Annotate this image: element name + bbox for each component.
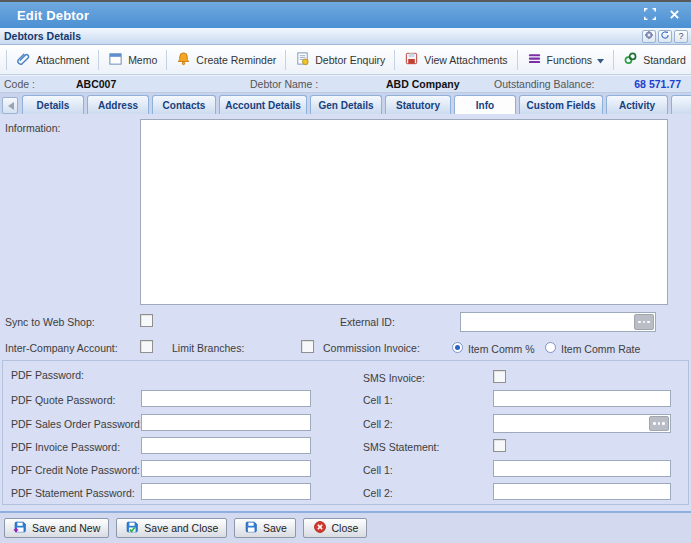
invoice-cell1-input[interactable] (493, 390, 671, 407)
tab-strip: Details Address Contacts Account Details… (0, 93, 691, 114)
pdf-statement-password-input[interactable] (141, 483, 311, 500)
toolbar: Attachment Memo Create Reminder Debtor E… (0, 45, 691, 75)
save-and-new-label: Save and New (32, 522, 100, 534)
create-reminder-button[interactable]: Create Reminder (171, 48, 281, 71)
sms-invoice-label: SMS Invoice: (363, 372, 425, 384)
item-comm-rate-label: Item Comm Rate (561, 343, 640, 355)
item-comm-pct-radio[interactable] (452, 342, 463, 353)
inter-company-label: Inter-Company Account: (5, 342, 118, 354)
close-circle-icon (313, 520, 327, 536)
functions-button[interactable]: Functions (522, 48, 610, 71)
toolbar-separator (166, 50, 167, 70)
information-label: Information: (5, 122, 60, 134)
tab-label: Address (98, 100, 138, 111)
external-id-label: External ID: (340, 316, 395, 328)
arrow-left-icon (7, 100, 14, 112)
invoice-cell2-browse-button[interactable] (649, 416, 669, 431)
sms-invoice-checkbox[interactable] (493, 370, 506, 383)
inter-company-checkbox[interactable] (140, 340, 153, 353)
tab-account-details[interactable]: Account Details (219, 95, 307, 114)
memo-button[interactable]: Memo (103, 48, 162, 71)
pdf-invoice-password-label: PDF Invoice Password: (11, 441, 120, 453)
pdf-credit-note-password-label: PDF Credit Note Password: (11, 464, 140, 476)
disk-icon (404, 51, 419, 68)
pdf-password-title: PDF Password: (11, 369, 84, 381)
save-button[interactable]: Save (234, 518, 296, 538)
save-close-icon (125, 520, 139, 536)
view-attachments-button[interactable]: View Attachments (399, 48, 512, 71)
external-id-browse-button[interactable] (634, 314, 654, 330)
tab-contacts[interactable]: Contacts (152, 95, 216, 114)
tab-gen-details[interactable]: Gen Details (310, 95, 382, 114)
record-bar: Code : ABC007 Debtor Name : ABD Company … (0, 75, 691, 93)
debtor-enquiry-button[interactable]: Debtor Enquiry (290, 48, 390, 71)
standard-button[interactable]: Standard (618, 48, 691, 71)
sync-web-shop-label: Sync to Web Shop: (5, 316, 95, 328)
tab-info[interactable]: Info (454, 95, 516, 114)
window-close-button[interactable] (665, 6, 683, 24)
tab-details[interactable]: Details (22, 95, 84, 114)
pdf-sales-order-password-input[interactable] (141, 414, 311, 431)
help-button[interactable]: ? (674, 30, 688, 43)
memo-icon (108, 51, 123, 68)
tab-truncated[interactable]: Ti (671, 95, 691, 114)
tab-label: Custom Fields (527, 100, 596, 111)
gear-icon (644, 30, 654, 42)
edit-debtor-window: Edit Debtor Debtors Details ? (0, 0, 691, 543)
refresh-button[interactable] (658, 30, 672, 43)
refresh-icon (660, 30, 670, 42)
limit-branches-checkbox[interactable] (301, 340, 314, 353)
save-and-close-button[interactable]: Save and Close (116, 518, 227, 538)
attachment-button[interactable]: Attachment (11, 48, 94, 71)
tab-label: Details (37, 100, 70, 111)
information-textarea[interactable] (140, 119, 668, 305)
maximize-button[interactable] (641, 6, 659, 24)
tab-label: Info (476, 100, 494, 111)
debtor-name-value: ABD Company (386, 78, 460, 90)
sync-web-shop-checkbox[interactable] (140, 314, 153, 327)
code-label: Code : (4, 78, 35, 90)
window-title: Edit Debtor (17, 8, 635, 23)
toolbar-separator (613, 50, 614, 70)
pdf-sales-order-password-label: PDF Sales Order Password: (11, 418, 143, 430)
link-icon (623, 51, 638, 68)
tab-statutory[interactable]: Statutory (385, 95, 451, 114)
tab-label: Activity (619, 100, 655, 111)
tab-label: Gen Details (318, 100, 373, 111)
toolbar-separator (6, 50, 7, 70)
tab-scroll-left-button[interactable] (2, 97, 18, 114)
save-new-icon (13, 520, 27, 536)
toolbar-separator (517, 50, 518, 70)
external-id-input[interactable] (460, 312, 656, 332)
save-and-new-button[interactable]: Save and New (4, 518, 109, 538)
settings-button[interactable] (642, 30, 656, 43)
footer-bar: Save and New Save and Close Save Close (0, 513, 691, 543)
close-button[interactable]: Close (303, 518, 367, 538)
pdf-quote-password-label: PDF Quote Password: (11, 394, 115, 406)
statement-cell1-input[interactable] (493, 460, 671, 477)
commission-invoice-label: Commission Invoice: (323, 342, 420, 354)
sms-statement-checkbox[interactable] (493, 439, 506, 452)
tab-address[interactable]: Address (87, 95, 149, 114)
panel-header: Debtors Details ? (0, 28, 691, 45)
invoice-cell2-input[interactable] (493, 414, 671, 433)
create-reminder-label: Create Reminder (196, 54, 276, 66)
help-icon: ? (678, 31, 683, 41)
memo-label: Memo (128, 54, 157, 66)
debtor-enquiry-label: Debtor Enquiry (315, 54, 385, 66)
code-value: ABC007 (76, 78, 116, 90)
toolbar-separator (285, 50, 286, 70)
pdf-credit-note-password-input[interactable] (141, 460, 311, 477)
statement-cell2-input[interactable] (493, 483, 671, 500)
debtor-name-label: Debtor Name : (250, 78, 318, 90)
tab-label: Statutory (396, 100, 440, 111)
save-label: Save (263, 522, 287, 534)
pdf-invoice-password-input[interactable] (141, 437, 311, 454)
item-comm-rate-radio[interactable] (545, 342, 556, 353)
invoice-cell1-label: Cell 1: (363, 394, 393, 406)
save-and-close-label: Save and Close (144, 522, 218, 534)
external-id-field-wrap (460, 312, 656, 332)
tab-custom-fields[interactable]: Custom Fields (519, 95, 603, 114)
pdf-quote-password-input[interactable] (141, 390, 311, 407)
tab-activity[interactable]: Activity (606, 95, 668, 114)
